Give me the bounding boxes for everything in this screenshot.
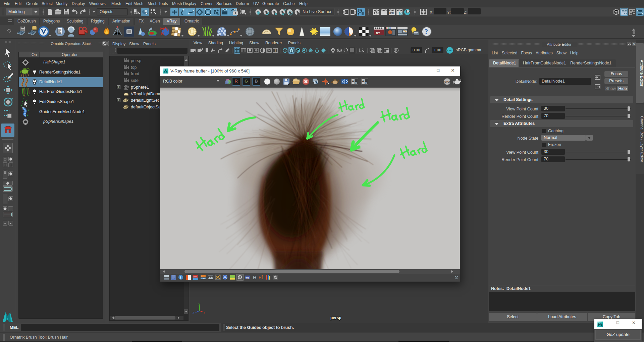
svg-text:B: B — [355, 81, 357, 84]
svg-text:A: A — [352, 80, 354, 83]
svg-text:x: x — [204, 311, 205, 314]
svg-text:HSL: HSL — [194, 276, 198, 278]
svg-text:B: B — [365, 81, 367, 84]
svg-text:RT: RT — [376, 32, 380, 35]
svg-text:z: z — [193, 311, 194, 314]
svg-text:H: H — [259, 275, 262, 280]
svg-text:WT: WT — [246, 277, 250, 279]
svg-text:y: y — [199, 303, 200, 306]
svg-text:i: i — [180, 276, 181, 279]
svg-text:A: A — [362, 80, 364, 83]
svg-text:?: ? — [425, 28, 428, 35]
svg-text:STOP: STOP — [444, 81, 451, 83]
svg-text:H: H — [253, 275, 256, 280]
svg-text:IPR: IPR — [389, 12, 394, 15]
svg-text:T: T — [274, 49, 276, 52]
